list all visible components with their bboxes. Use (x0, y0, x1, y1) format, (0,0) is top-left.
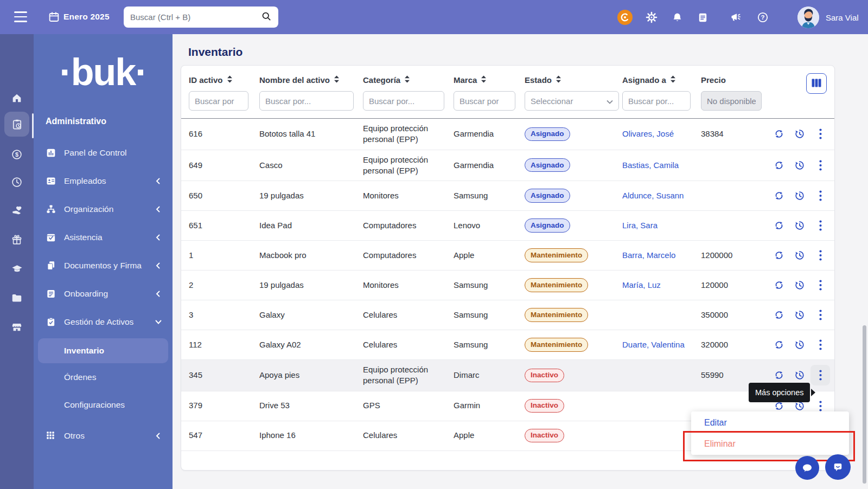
sidebar-subitem-inventario[interactable]: Inventario (38, 338, 168, 363)
cell-brand: Apple (454, 430, 525, 441)
folder-icon[interactable] (0, 286, 34, 310)
history-icon[interactable] (790, 334, 809, 355)
history-icon[interactable] (790, 305, 809, 325)
history-icon[interactable] (790, 245, 809, 266)
sidebar-subitem-configuraciones[interactable]: Configuraciones (34, 391, 173, 419)
assistant-icon[interactable] (617, 10, 633, 25)
marketplace-icon[interactable] (0, 315, 34, 339)
filter-name-input[interactable] (259, 91, 354, 111)
menu-item-editar[interactable]: Editar (691, 412, 849, 433)
sidebar-item-empleados[interactable]: Empleados (34, 167, 173, 195)
payroll-icon[interactable]: $ (0, 143, 34, 166)
assigned-person-link[interactable]: María, Luz (622, 280, 661, 289)
cell-brand: Dimarc (454, 370, 525, 381)
page-title: Inventario (188, 46, 242, 59)
reassign-icon[interactable] (769, 155, 789, 176)
vertical-scrollbar[interactable] (863, 325, 866, 484)
asset-management-icon[interactable] (0, 112, 34, 136)
filter-status-select[interactable]: Seleccionar (525, 91, 619, 111)
chevron-down-icon (155, 318, 162, 326)
avatar[interactable] (797, 7, 819, 28)
assigned-person-link[interactable]: Duarte, Valentina (622, 340, 685, 349)
sidebar-subitem-ordenes[interactable]: Órdenes (34, 363, 173, 391)
sidebar-item-onboarding[interactable]: Onboarding (34, 280, 173, 308)
header-estado[interactable]: Estado (525, 75, 622, 85)
more-options-icon[interactable] (810, 334, 830, 355)
reassign-icon[interactable] (769, 305, 789, 325)
sort-icon[interactable] (556, 75, 561, 85)
sidebar-item-otros[interactable]: Otros (34, 422, 173, 450)
table-row: 112Galaxy A02CelularesSamsungMantenimien… (181, 330, 834, 360)
help-icon[interactable]: ? (756, 11, 769, 24)
header-asignado-a[interactable]: Asignado a (622, 75, 701, 85)
history-icon[interactable] (790, 155, 809, 176)
assigned-person-link[interactable]: Bastias, Camila (622, 160, 679, 170)
more-options-icon[interactable] (810, 275, 830, 295)
more-options-icon[interactable] (810, 155, 830, 176)
global-search[interactable] (124, 7, 278, 28)
gifts-icon[interactable] (0, 228, 34, 252)
announcements-icon[interactable] (729, 11, 742, 24)
reassign-icon[interactable] (769, 185, 789, 206)
cell-asset-id: 112 (189, 339, 259, 350)
sidebar-item-gestion-de-activos[interactable]: Gestión de Activos (34, 308, 173, 336)
reassign-icon[interactable] (769, 215, 789, 236)
support-chat-button[interactable] (825, 454, 851, 480)
filter-category-input[interactable] (363, 91, 444, 111)
search-input[interactable] (130, 12, 261, 22)
training-icon[interactable] (0, 257, 34, 281)
sort-icon[interactable] (334, 75, 340, 85)
more-options-icon[interactable] (810, 185, 830, 206)
onboarding-icon (46, 288, 56, 299)
sort-icon[interactable] (670, 75, 676, 85)
history-icon[interactable] (790, 185, 809, 206)
reassign-icon[interactable] (769, 124, 789, 144)
svg-text:$: $ (15, 151, 18, 158)
home-icon[interactable] (0, 86, 34, 110)
cell-brand: Samsung (454, 280, 525, 291)
history-icon[interactable] (790, 124, 809, 144)
more-options-icon[interactable] (810, 365, 830, 385)
notifications-icon[interactable] (671, 11, 684, 24)
column-settings-button[interactable] (806, 73, 827, 94)
sort-icon[interactable] (227, 75, 233, 85)
status-badge: Asignado (525, 189, 570, 202)
benefits-icon[interactable] (0, 198, 34, 222)
documents-icon[interactable] (696, 11, 709, 24)
filter-assigned-input[interactable] (622, 91, 691, 111)
more-options-icon[interactable] (810, 245, 830, 266)
row-actions (766, 185, 830, 206)
assigned-person-link[interactable]: Olivares, José (622, 129, 674, 138)
reassign-icon[interactable] (769, 245, 789, 266)
sidebar-item-documentos-y-firma[interactable]: Documentos y Firma (34, 252, 173, 280)
history-icon[interactable] (790, 275, 809, 295)
assigned-person-link[interactable]: Aldunce, Susann (622, 191, 684, 200)
period-selector[interactable]: Enero 2025 (63, 12, 110, 22)
chat-bubble-button[interactable] (795, 456, 819, 480)
filter-id-input[interactable] (189, 91, 248, 111)
header-nombre-del-activo[interactable]: Nombre del activo (259, 75, 363, 85)
more-options-icon[interactable] (810, 215, 830, 236)
filter-brand-input[interactable] (454, 91, 515, 111)
assigned-person-link[interactable]: Lira, Sara (622, 221, 658, 230)
more-options-icon[interactable] (810, 124, 830, 144)
more-options-icon[interactable] (810, 305, 830, 325)
history-icon[interactable] (790, 215, 809, 236)
reassign-icon[interactable] (769, 334, 789, 355)
sidebar: ·buk· Administrativo Panel de Control Em… (34, 34, 173, 489)
sidebar-item-asistencia[interactable]: Asistencia (34, 223, 173, 252)
header-id-activo[interactable]: ID activo (189, 75, 259, 85)
table-row: 3GalaxyCelularesSamsungMantenimiento3500… (181, 300, 834, 330)
sort-icon[interactable] (481, 75, 487, 85)
assigned-person-link[interactable]: Barra, Marcelo (622, 250, 675, 260)
header-categoria[interactable]: Categoría (363, 75, 454, 85)
time-icon[interactable] (0, 170, 34, 194)
sidebar-item-panel-de-control[interactable]: Panel de Control (34, 139, 173, 167)
menu-icon[interactable] (14, 11, 27, 22)
reassign-icon[interactable] (769, 275, 789, 295)
sidebar-item-organizacion[interactable]: Organización (34, 195, 173, 223)
search-icon[interactable] (261, 11, 272, 24)
settings-icon[interactable] (645, 11, 658, 24)
header-marca[interactable]: Marca (454, 75, 525, 85)
sort-icon[interactable] (404, 75, 410, 85)
